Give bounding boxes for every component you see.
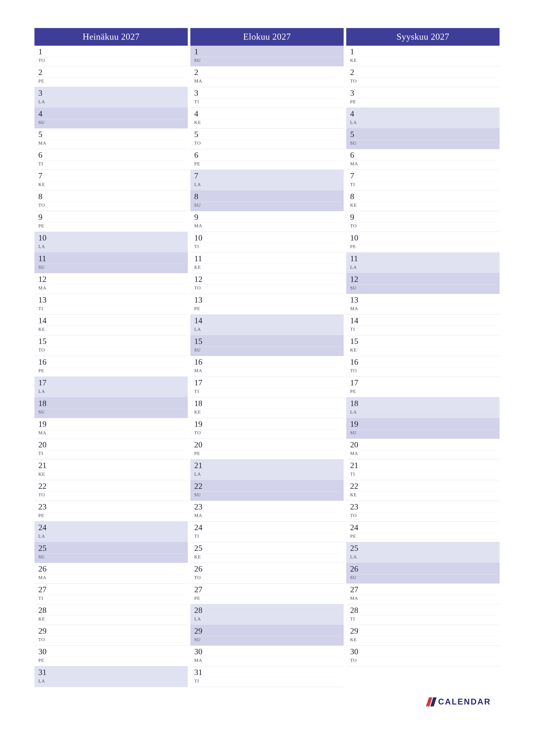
day-abbr: KE (350, 58, 496, 63)
day-cell: 19SU (346, 418, 499, 439)
day-number: 15 (350, 337, 496, 346)
day-abbr: PE (194, 161, 341, 167)
day-abbr: SU (38, 120, 185, 125)
day-number: 4 (350, 109, 496, 118)
day-number: 26 (350, 565, 496, 573)
day-abbr: TO (350, 368, 496, 373)
day-number: 28 (38, 606, 185, 615)
day-abbr: TO (194, 140, 341, 146)
day-cell: 5MA (35, 128, 188, 149)
day-abbr: LA (194, 327, 341, 332)
day-cell: 11LA (346, 253, 499, 273)
day-abbr: SU (38, 264, 185, 270)
day-abbr: MA (194, 513, 341, 518)
day-cell: 14KE (35, 315, 188, 335)
day-number: 30 (194, 647, 341, 656)
day-abbr: SU (38, 409, 185, 415)
day-cell: 4SU (35, 108, 188, 128)
day-number: 18 (38, 399, 185, 408)
day-number: 16 (194, 358, 341, 366)
day-cell: 3PE (346, 87, 499, 108)
day-number: 10 (350, 233, 496, 242)
day-cell: 20PE (191, 439, 343, 459)
day-number: 30 (38, 647, 185, 656)
day-number: 17 (38, 378, 185, 387)
day-abbr: SU (194, 347, 341, 353)
day-number: 24 (38, 523, 185, 532)
day-cell: 28LA (191, 604, 343, 625)
day-cell: 28TI (346, 604, 499, 625)
day-abbr: TO (38, 58, 185, 63)
day-abbr: TO (350, 658, 496, 663)
day-cell: 29SU (191, 625, 343, 646)
day-cell: 25LA (346, 542, 499, 563)
day-number: 2 (194, 68, 341, 77)
day-abbr: PE (38, 78, 185, 84)
day-cell: 26TO (191, 563, 343, 583)
day-abbr: KE (194, 264, 341, 270)
day-abbr: PE (194, 595, 341, 601)
day-number: 23 (194, 502, 341, 511)
day-number: 12 (38, 275, 185, 284)
day-abbr: TI (194, 389, 341, 394)
day-cell: 2PE (35, 67, 188, 87)
day-cell: 24PE (346, 522, 499, 542)
day-cell: 1TO (35, 46, 188, 67)
day-number: 10 (194, 233, 341, 242)
brand-text: CALENDAR (438, 697, 491, 706)
day-cell: 16MA (191, 356, 343, 377)
day-abbr: MA (350, 595, 496, 601)
day-cell: 21LA (191, 459, 343, 480)
day-number: 16 (38, 358, 185, 366)
day-number: 9 (350, 213, 496, 222)
day-abbr: TI (350, 182, 496, 187)
day-cell: 27PE (191, 583, 343, 604)
day-number: 7 (194, 172, 341, 180)
day-abbr: PE (38, 223, 185, 229)
day-number: 29 (194, 627, 341, 635)
day-abbr: KE (38, 471, 185, 477)
day-abbr: LA (194, 616, 341, 622)
day-cell: 6PE (191, 149, 343, 170)
day-number: 3 (194, 89, 341, 97)
day-number: 27 (350, 585, 496, 594)
day-cell: 4KE (191, 108, 343, 128)
day-number: 5 (38, 130, 185, 139)
day-abbr: TI (350, 327, 496, 332)
day-cell: 23MA (191, 501, 343, 522)
day-abbr: PE (350, 99, 496, 104)
day-cell: 16TO (346, 356, 499, 377)
day-cell: 6MA (346, 149, 499, 170)
day-abbr: PE (194, 306, 341, 311)
day-abbr: LA (38, 389, 185, 394)
day-cell: 29TO (35, 625, 188, 646)
day-abbr: LA (350, 409, 496, 415)
day-cell: 30PE (35, 646, 188, 666)
month-header: Syyskuu 2027 (346, 28, 499, 46)
day-abbr: PE (38, 368, 185, 373)
day-cell: 8SU (191, 191, 343, 211)
day-abbr: KE (38, 327, 185, 332)
day-abbr: MA (194, 368, 341, 373)
day-cell: 13TI (35, 294, 188, 315)
day-abbr: TI (194, 99, 341, 104)
day-cell: 13MA (346, 294, 499, 315)
day-abbr: MA (194, 78, 341, 84)
day-abbr: MA (38, 285, 185, 291)
day-abbr: TO (350, 78, 496, 84)
day-number: 17 (350, 378, 496, 387)
day-abbr: PE (38, 658, 185, 663)
day-cell: 24LA (35, 522, 188, 542)
day-number: 12 (350, 275, 496, 284)
day-number: 9 (194, 213, 341, 222)
day-abbr: TO (350, 223, 496, 229)
day-number: 18 (194, 399, 341, 408)
day-cell: 28KE (35, 604, 188, 625)
day-cell: 21TI (346, 459, 499, 480)
day-number: 31 (38, 668, 185, 677)
day-cell: 21KE (35, 459, 188, 480)
day-cell: 24TI (191, 522, 343, 542)
day-cell: 23PE (35, 501, 188, 522)
day-abbr: SU (350, 285, 496, 291)
day-cell: 14TI (346, 315, 499, 335)
